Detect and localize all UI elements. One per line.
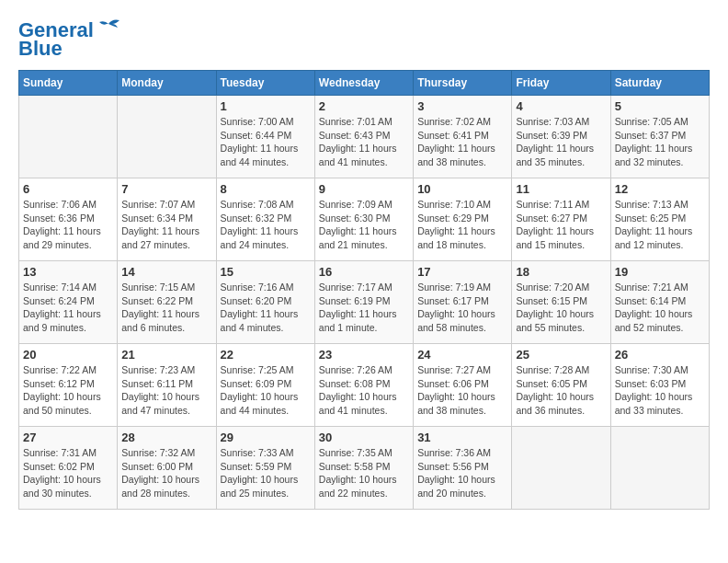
day-info: Sunrise: 7:22 AM Sunset: 6:12 PM Dayligh… [23,363,113,418]
calendar-cell: 28Sunrise: 7:32 AM Sunset: 6:00 PM Dayli… [118,427,216,510]
calendar-cell: 2Sunrise: 7:01 AM Sunset: 6:43 PM Daylig… [314,96,413,178]
calendar-table: SundayMondayTuesdayWednesdayThursdayFrid… [18,70,710,510]
calendar-cell: 18Sunrise: 7:20 AM Sunset: 6:15 PM Dayli… [512,261,610,344]
calendar-cell [610,427,709,510]
calendar-week-4: 20Sunrise: 7:22 AM Sunset: 6:12 PM Dayli… [19,344,710,427]
calendar-week-3: 13Sunrise: 7:14 AM Sunset: 6:24 PM Dayli… [19,261,710,344]
day-info: Sunrise: 7:02 AM Sunset: 6:41 PM Dayligh… [417,115,507,169]
calendar-cell: 26Sunrise: 7:30 AM Sunset: 6:03 PM Dayli… [610,344,709,427]
day-number: 20 [23,348,113,362]
day-number: 25 [516,348,606,362]
calendar-cell: 19Sunrise: 7:21 AM Sunset: 6:14 PM Dayli… [610,261,709,344]
day-info: Sunrise: 7:06 AM Sunset: 6:36 PM Dayligh… [23,198,113,252]
day-number: 23 [319,348,409,362]
calendar-cell: 23Sunrise: 7:26 AM Sunset: 6:08 PM Dayli… [314,344,413,427]
weekday-header-sunday: Sunday [19,71,118,96]
day-number: 21 [121,348,211,362]
calendar-cell [512,427,610,510]
calendar-cell [118,96,216,178]
day-info: Sunrise: 7:35 AM Sunset: 5:58 PM Dayligh… [319,446,409,500]
day-info: Sunrise: 7:25 AM Sunset: 6:09 PM Dayligh… [221,363,311,418]
day-info: Sunrise: 7:36 AM Sunset: 5:56 PM Dayligh… [417,446,507,500]
calendar-cell: 1Sunrise: 7:00 AM Sunset: 6:44 PM Daylig… [216,96,314,178]
day-number: 22 [221,348,311,362]
calendar-cell: 22Sunrise: 7:25 AM Sunset: 6:09 PM Dayli… [216,344,314,427]
day-number: 10 [417,182,507,196]
day-number: 17 [417,265,507,279]
day-number: 24 [417,348,507,362]
day-number: 19 [615,265,705,279]
day-number: 5 [615,99,705,113]
day-number: 18 [516,265,606,279]
day-info: Sunrise: 7:23 AM Sunset: 6:11 PM Dayligh… [121,363,211,418]
day-number: 31 [417,431,507,444]
weekday-header-saturday: Saturday [610,71,709,96]
calendar-week-2: 6Sunrise: 7:06 AM Sunset: 6:36 PM Daylig… [19,178,710,261]
calendar-week-5: 27Sunrise: 7:31 AM Sunset: 6:02 PM Dayli… [19,427,710,510]
calendar-cell: 30Sunrise: 7:35 AM Sunset: 5:58 PM Dayli… [314,427,413,510]
day-info: Sunrise: 7:31 AM Sunset: 6:02 PM Dayligh… [23,446,113,500]
day-info: Sunrise: 7:09 AM Sunset: 6:30 PM Dayligh… [319,198,409,252]
calendar-cell: 24Sunrise: 7:27 AM Sunset: 6:06 PM Dayli… [414,344,512,427]
day-number: 1 [221,99,311,113]
day-number: 4 [516,99,606,113]
day-info: Sunrise: 7:03 AM Sunset: 6:39 PM Dayligh… [516,115,606,169]
day-info: Sunrise: 7:14 AM Sunset: 6:24 PM Dayligh… [23,281,113,335]
day-info: Sunrise: 7:30 AM Sunset: 6:03 PM Dayligh… [615,363,705,418]
day-info: Sunrise: 7:16 AM Sunset: 6:20 PM Dayligh… [221,281,311,335]
calendar-cell: 6Sunrise: 7:06 AM Sunset: 6:36 PM Daylig… [19,178,118,261]
calendar-cell: 16Sunrise: 7:17 AM Sunset: 6:19 PM Dayli… [314,261,413,344]
calendar-header-row: SundayMondayTuesdayWednesdayThursdayFrid… [19,71,710,96]
day-number: 8 [221,182,311,196]
calendar-cell [19,96,118,178]
day-number: 16 [319,265,409,279]
day-number: 14 [121,265,211,279]
calendar-cell: 12Sunrise: 7:13 AM Sunset: 6:25 PM Dayli… [610,178,709,261]
calendar-cell: 17Sunrise: 7:19 AM Sunset: 6:17 PM Dayli… [414,261,512,344]
day-info: Sunrise: 7:05 AM Sunset: 6:37 PM Dayligh… [615,115,705,169]
day-number: 6 [23,182,113,196]
calendar-cell: 13Sunrise: 7:14 AM Sunset: 6:24 PM Dayli… [19,261,118,344]
weekday-header-thursday: Thursday [414,71,512,96]
calendar-cell: 4Sunrise: 7:03 AM Sunset: 6:39 PM Daylig… [512,96,610,178]
day-info: Sunrise: 7:28 AM Sunset: 6:05 PM Dayligh… [516,363,606,418]
day-number: 29 [221,431,311,444]
day-info: Sunrise: 7:15 AM Sunset: 6:22 PM Dayligh… [121,281,211,335]
calendar-cell: 27Sunrise: 7:31 AM Sunset: 6:02 PM Dayli… [19,427,118,510]
day-number: 9 [319,182,409,196]
calendar-cell: 9Sunrise: 7:09 AM Sunset: 6:30 PM Daylig… [314,178,413,261]
calendar-cell: 14Sunrise: 7:15 AM Sunset: 6:22 PM Dayli… [118,261,216,344]
day-number: 13 [23,265,113,279]
day-info: Sunrise: 7:27 AM Sunset: 6:06 PM Dayligh… [417,363,507,418]
day-info: Sunrise: 7:00 AM Sunset: 6:44 PM Dayligh… [221,115,311,169]
bird-icon [96,17,121,37]
weekday-header-wednesday: Wednesday [314,71,413,96]
calendar-cell: 8Sunrise: 7:08 AM Sunset: 6:32 PM Daylig… [216,178,314,261]
calendar-body: 1Sunrise: 7:00 AM Sunset: 6:44 PM Daylig… [19,96,710,510]
day-info: Sunrise: 7:21 AM Sunset: 6:14 PM Dayligh… [615,281,705,335]
calendar-cell: 31Sunrise: 7:36 AM Sunset: 5:56 PM Dayli… [414,427,512,510]
day-info: Sunrise: 7:20 AM Sunset: 6:15 PM Dayligh… [516,281,606,335]
calendar-cell: 10Sunrise: 7:10 AM Sunset: 6:29 PM Dayli… [414,178,512,261]
day-number: 7 [121,182,211,196]
logo: General Blue [18,18,121,61]
day-number: 15 [221,265,311,279]
day-info: Sunrise: 7:08 AM Sunset: 6:32 PM Dayligh… [221,198,311,252]
calendar-cell: 3Sunrise: 7:02 AM Sunset: 6:41 PM Daylig… [414,96,512,178]
day-info: Sunrise: 7:19 AM Sunset: 6:17 PM Dayligh… [417,281,507,335]
calendar-cell: 11Sunrise: 7:11 AM Sunset: 6:27 PM Dayli… [512,178,610,261]
day-info: Sunrise: 7:26 AM Sunset: 6:08 PM Dayligh… [319,363,409,418]
day-info: Sunrise: 7:32 AM Sunset: 6:00 PM Dayligh… [121,446,211,500]
calendar-week-1: 1Sunrise: 7:00 AM Sunset: 6:44 PM Daylig… [19,96,710,178]
day-info: Sunrise: 7:01 AM Sunset: 6:43 PM Dayligh… [319,115,409,169]
day-info: Sunrise: 7:11 AM Sunset: 6:27 PM Dayligh… [516,198,606,252]
day-number: 26 [615,348,705,362]
weekday-header-tuesday: Tuesday [216,71,314,96]
day-info: Sunrise: 7:33 AM Sunset: 5:59 PM Dayligh… [221,446,311,500]
day-info: Sunrise: 7:13 AM Sunset: 6:25 PM Dayligh… [615,198,705,252]
calendar-cell: 29Sunrise: 7:33 AM Sunset: 5:59 PM Dayli… [216,427,314,510]
day-number: 30 [319,431,409,444]
day-info: Sunrise: 7:10 AM Sunset: 6:29 PM Dayligh… [417,198,507,252]
day-info: Sunrise: 7:17 AM Sunset: 6:19 PM Dayligh… [319,281,409,335]
day-number: 11 [516,182,606,196]
